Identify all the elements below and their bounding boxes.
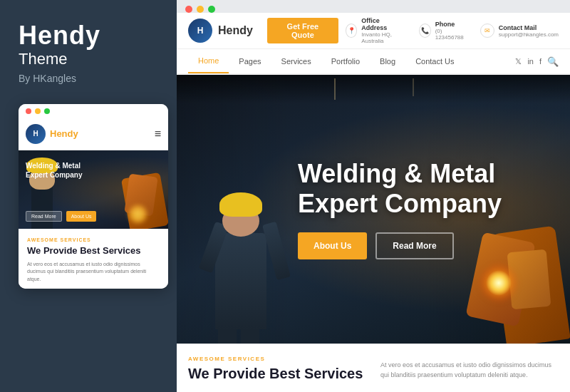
mobile-hero: Welding & Metal Expert Company Read More… xyxy=(19,150,168,229)
section-body-text: At vero eos et accusamus et iusto odio d… xyxy=(380,360,559,381)
mobile-readmore-button[interactable]: Read More xyxy=(26,211,62,222)
nav-bar: Home Pages Services Portfolio Blog Conta… xyxy=(177,49,570,75)
mail-label: Contact Mail xyxy=(499,24,559,31)
website-preview: H Hendy Get Free Quote 📍 Office Address … xyxy=(177,13,570,392)
hero-aboutus-button[interactable]: About Us xyxy=(298,232,367,259)
hamburger-icon[interactable]: ≡ xyxy=(155,128,161,140)
mail-value: support@hkangles.com xyxy=(499,31,559,38)
nav-item-blog[interactable]: Blog xyxy=(370,50,405,73)
mobile-awesome-label: AWESOME SERVICES xyxy=(27,237,160,242)
site-logo-icon: H xyxy=(188,19,212,43)
bottom-left-section: AWESOME SERVICES We Provide Best Service… xyxy=(188,356,366,382)
office-label: Office Address xyxy=(361,17,404,31)
address-icon: 📍 xyxy=(346,24,357,38)
nav-item-pages[interactable]: Pages xyxy=(229,50,271,73)
top-info-bar: H Hendy Get Free Quote 📍 Office Address … xyxy=(177,13,570,49)
mobile-nav: H Hendy ≡ xyxy=(19,118,168,150)
contact-mail-info: ✉ Contact Mail support@hkangles.com xyxy=(480,17,559,44)
browser-dot-green[interactable] xyxy=(208,6,215,13)
site-logo-area: H Hendy xyxy=(188,19,253,43)
get-free-quote-button[interactable]: Get Free Quote xyxy=(267,18,338,43)
facebook-icon[interactable]: f xyxy=(539,57,542,66)
mobile-body-text: At vero eos et accusamus et iusto odio d… xyxy=(27,261,160,284)
info-items: 📍 Office Address Invanto HQ, Australia 📞… xyxy=(346,17,559,44)
mobile-dot-yellow xyxy=(35,108,41,114)
mobile-logo-icon: H xyxy=(26,124,46,144)
browser-chrome xyxy=(177,0,570,13)
phone-label: Phone xyxy=(435,21,466,28)
hero-title: Welding & Metal Expert Company xyxy=(298,159,502,218)
twitter-icon[interactable]: 𝕏 xyxy=(515,57,522,66)
mobile-dot-red xyxy=(26,108,31,114)
nav-item-home[interactable]: Home xyxy=(188,49,229,73)
hero-section: Welding & Metal Expert Company About Us … xyxy=(177,75,570,344)
bottom-right-section: At vero eos et accusamus et iusto odio d… xyxy=(380,356,559,382)
mobile-section-title: We Provide Best Services xyxy=(27,245,160,257)
nav-item-contact[interactable]: Contact Us xyxy=(405,50,464,73)
mail-icon: ✉ xyxy=(480,24,494,38)
mobile-aboutus-button[interactable]: About Us xyxy=(66,211,97,222)
browser-dot-red[interactable] xyxy=(185,6,192,13)
social-icons: 𝕏 in f 🔍 xyxy=(515,56,559,67)
brand-name: Hendy xyxy=(19,21,162,50)
nav-item-portfolio[interactable]: Portfolio xyxy=(321,50,370,73)
nav-item-services[interactable]: Services xyxy=(271,50,321,73)
office-address-info: 📍 Office Address Invanto HQ, Australia xyxy=(346,17,405,44)
bottom-content: AWESOME SERVICES We Provide Best Service… xyxy=(177,344,570,392)
search-icon[interactable]: 🔍 xyxy=(547,56,559,67)
mobile-preview-card: H Hendy ≡ Welding & Metal Expert Company xyxy=(19,104,168,289)
mobile-browser-chrome xyxy=(19,104,168,118)
mobile-dot-green xyxy=(44,108,50,114)
hero-buttons: About Us Read More xyxy=(298,232,502,259)
browser-dot-yellow[interactable] xyxy=(197,6,204,13)
mobile-logo-text: Hendy xyxy=(50,128,155,139)
mobile-content-section: AWESOME SERVICES We Provide Best Service… xyxy=(19,229,168,289)
linkedin-icon[interactable]: in xyxy=(527,57,534,66)
brand-by: By HKangles xyxy=(19,73,162,84)
awesome-label: AWESOME SERVICES xyxy=(188,356,366,362)
phone-info: 📞 Phone (0) 123456788 xyxy=(419,17,466,44)
phone-value: (0) 123456788 xyxy=(435,28,466,41)
mobile-hero-buttons: Read More About Us xyxy=(26,211,96,222)
hero-readmore-button[interactable]: Read More xyxy=(375,232,453,259)
section-title: We Provide Best Services xyxy=(188,365,366,382)
site-logo-name: Hendy xyxy=(218,24,253,37)
office-value: Invanto HQ, Australia xyxy=(361,31,404,44)
right-panel: H Hendy Get Free Quote 📍 Office Address … xyxy=(177,0,570,392)
brand-word: Theme xyxy=(19,50,162,68)
left-panel: Hendy Theme By HKangles H Hendy ≡ xyxy=(0,0,177,392)
phone-icon: 📞 xyxy=(419,24,431,38)
mobile-hero-text: Welding & Metal Expert Company xyxy=(26,161,90,180)
hero-content: Welding & Metal Expert Company About Us … xyxy=(177,138,523,281)
